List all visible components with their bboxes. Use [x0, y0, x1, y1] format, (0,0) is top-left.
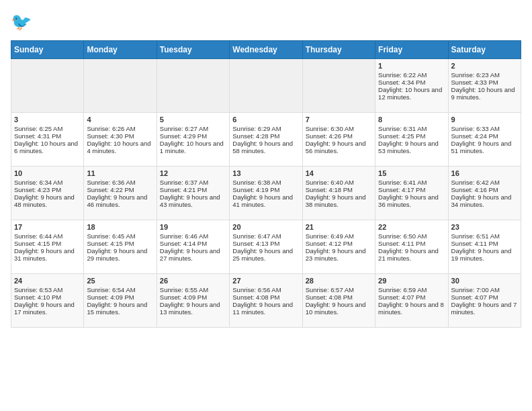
- day-number: 26: [160, 277, 226, 285]
- day-number: 9: [451, 116, 518, 124]
- daylight-text: Daylight: 10 hours and 12 minutes.: [378, 86, 442, 101]
- day-number: 10: [14, 169, 81, 177]
- col-header-saturday: Saturday: [448, 41, 521, 59]
- sunrise-text: Sunrise: 6:41 AM: [378, 179, 427, 186]
- week-row-3: 10Sunrise: 6:34 AMSunset: 4:23 PMDayligh…: [11, 167, 521, 220]
- daylight-text: Daylight: 9 hours and 25 minutes.: [232, 247, 293, 262]
- sunrise-text: Sunrise: 6:44 AM: [14, 232, 62, 240]
- sunrise-text: Sunrise: 6:22 AM: [378, 71, 427, 79]
- calendar-cell: 29Sunrise: 6:59 AMSunset: 4:07 PMDayligh…: [375, 274, 448, 328]
- day-number: 24: [14, 277, 81, 285]
- daylight-text: Daylight: 9 hours and 56 minutes.: [306, 140, 366, 154]
- day-number: 19: [160, 223, 226, 231]
- header-row: SundayMondayTuesdayWednesdayThursdayFrid…: [11, 41, 521, 59]
- daylight-text: Daylight: 10 hours and 4 minutes.: [87, 140, 150, 154]
- daylight-text: Daylight: 9 hours and 46 minutes.: [87, 193, 147, 208]
- sunset-text: Sunset: 4:34 PM: [378, 79, 425, 86]
- daylight-text: Daylight: 9 hours and 10 minutes.: [306, 301, 366, 316]
- sunrise-text: Sunrise: 6:34 AM: [14, 179, 62, 186]
- week-row-4: 17Sunrise: 6:44 AMSunset: 4:15 PMDayligh…: [11, 220, 521, 274]
- calendar-cell: 19Sunrise: 6:46 AMSunset: 4:14 PMDayligh…: [157, 220, 229, 274]
- daylight-text: Daylight: 9 hours and 48 minutes.: [14, 193, 75, 208]
- sunset-text: Sunset: 4:16 PM: [451, 186, 498, 193]
- sunset-text: Sunset: 4:09 PM: [87, 293, 134, 301]
- sunset-text: Sunset: 4:25 PM: [378, 132, 425, 140]
- sunrise-text: Sunrise: 6:56 AM: [232, 286, 281, 293]
- calendar-table: SundayMondayTuesdayWednesdayThursdayFrid…: [11, 40, 521, 328]
- day-number: 23: [451, 223, 518, 231]
- day-number: 17: [14, 223, 81, 231]
- day-number: 6: [232, 116, 299, 124]
- calendar-cell: 7Sunrise: 6:30 AMSunset: 4:26 PMDaylight…: [302, 113, 375, 167]
- sunrise-text: Sunrise: 6:26 AM: [87, 125, 135, 132]
- calendar-cell: 11Sunrise: 6:36 AMSunset: 4:22 PMDayligh…: [84, 167, 157, 220]
- day-number: 14: [306, 169, 372, 177]
- col-header-wednesday: Wednesday: [230, 41, 302, 59]
- sunrise-text: Sunrise: 6:46 AM: [160, 232, 208, 240]
- day-number: 3: [14, 116, 81, 124]
- day-number: 16: [451, 169, 518, 177]
- sunrise-text: Sunrise: 7:00 AM: [451, 286, 500, 293]
- daylight-text: Daylight: 9 hours and 31 minutes.: [14, 247, 75, 262]
- day-number: 2: [451, 62, 518, 70]
- day-number: 28: [306, 277, 372, 285]
- sunset-text: Sunset: 4:18 PM: [306, 186, 353, 193]
- calendar-cell: 18Sunrise: 6:45 AMSunset: 4:15 PMDayligh…: [84, 220, 157, 274]
- sunrise-text: Sunrise: 6:38 AM: [232, 179, 281, 186]
- sunset-text: Sunset: 4:22 PM: [87, 186, 134, 193]
- calendar-cell: 8Sunrise: 6:31 AMSunset: 4:25 PMDaylight…: [375, 113, 448, 167]
- daylight-text: Daylight: 9 hours and 21 minutes.: [378, 247, 439, 262]
- sunrise-text: Sunrise: 6:42 AM: [451, 179, 500, 186]
- daylight-text: Daylight: 9 hours and 11 minutes.: [232, 301, 293, 316]
- sunrise-text: Sunrise: 6:45 AM: [87, 232, 135, 240]
- daylight-text: Daylight: 9 hours and 58 minutes.: [232, 140, 293, 154]
- day-number: 30: [451, 277, 518, 285]
- sunrise-text: Sunrise: 6:36 AM: [87, 179, 135, 186]
- sunrise-text: Sunrise: 6:37 AM: [160, 179, 208, 186]
- day-number: 22: [378, 223, 445, 231]
- sunset-text: Sunset: 4:29 PM: [160, 132, 207, 140]
- calendar-cell: 2Sunrise: 6:23 AMSunset: 4:33 PMDaylight…: [448, 59, 521, 113]
- daylight-text: Daylight: 9 hours and 29 minutes.: [87, 247, 147, 262]
- daylight-text: Daylight: 9 hours and 15 minutes.: [87, 301, 147, 316]
- calendar-cell: 9Sunrise: 6:33 AMSunset: 4:24 PMDaylight…: [448, 113, 521, 167]
- calendar-cell: 17Sunrise: 6:44 AMSunset: 4:15 PMDayligh…: [11, 220, 84, 274]
- daylight-text: Daylight: 10 hours and 1 minute.: [160, 140, 224, 154]
- calendar-cell: 6Sunrise: 6:29 AMSunset: 4:28 PMDaylight…: [230, 113, 302, 167]
- calendar-cell: [84, 59, 157, 113]
- sunset-text: Sunset: 4:31 PM: [14, 132, 61, 140]
- calendar-cell: 26Sunrise: 6:55 AMSunset: 4:09 PMDayligh…: [157, 274, 229, 328]
- col-header-sunday: Sunday: [11, 41, 84, 59]
- sunset-text: Sunset: 4:30 PM: [87, 132, 134, 140]
- sunset-text: Sunset: 4:33 PM: [451, 79, 498, 86]
- daylight-text: Daylight: 9 hours and 38 minutes.: [306, 193, 366, 208]
- col-header-tuesday: Tuesday: [157, 41, 229, 59]
- calendar-cell: 27Sunrise: 6:56 AMSunset: 4:08 PMDayligh…: [230, 274, 302, 328]
- sunset-text: Sunset: 4:09 PM: [160, 293, 207, 301]
- sunset-text: Sunset: 4:21 PM: [160, 186, 207, 193]
- sunset-text: Sunset: 4:26 PM: [306, 132, 353, 140]
- calendar-cell: 21Sunrise: 6:49 AMSunset: 4:12 PMDayligh…: [302, 220, 375, 274]
- sunrise-text: Sunrise: 6:33 AM: [451, 125, 500, 132]
- calendar-cell: [157, 59, 229, 113]
- calendar-cell: [302, 59, 375, 113]
- calendar-cell: [230, 59, 302, 113]
- daylight-text: Daylight: 9 hours and 7 minutes.: [451, 301, 517, 316]
- calendar-cell: 12Sunrise: 6:37 AMSunset: 4:21 PMDayligh…: [157, 167, 229, 220]
- day-number: 5: [160, 116, 226, 124]
- calendar-cell: 22Sunrise: 6:50 AMSunset: 4:11 PMDayligh…: [375, 220, 448, 274]
- calendar-cell: [11, 59, 84, 113]
- day-number: 27: [232, 277, 299, 285]
- logo-icon: 🐦: [11, 11, 35, 35]
- col-header-thursday: Thursday: [302, 41, 375, 59]
- sunset-text: Sunset: 4:17 PM: [378, 186, 425, 193]
- calendar-cell: 24Sunrise: 6:53 AMSunset: 4:10 PMDayligh…: [11, 274, 84, 328]
- sunset-text: Sunset: 4:07 PM: [378, 293, 425, 301]
- sunset-text: Sunset: 4:11 PM: [378, 240, 425, 247]
- day-number: 21: [306, 223, 372, 231]
- calendar-cell: 10Sunrise: 6:34 AMSunset: 4:23 PMDayligh…: [11, 167, 84, 220]
- page-header: 🐦: [11, 11, 521, 35]
- sunset-text: Sunset: 4:28 PM: [232, 132, 279, 140]
- calendar-cell: 23Sunrise: 6:51 AMSunset: 4:11 PMDayligh…: [448, 220, 521, 274]
- day-number: 1: [378, 62, 445, 70]
